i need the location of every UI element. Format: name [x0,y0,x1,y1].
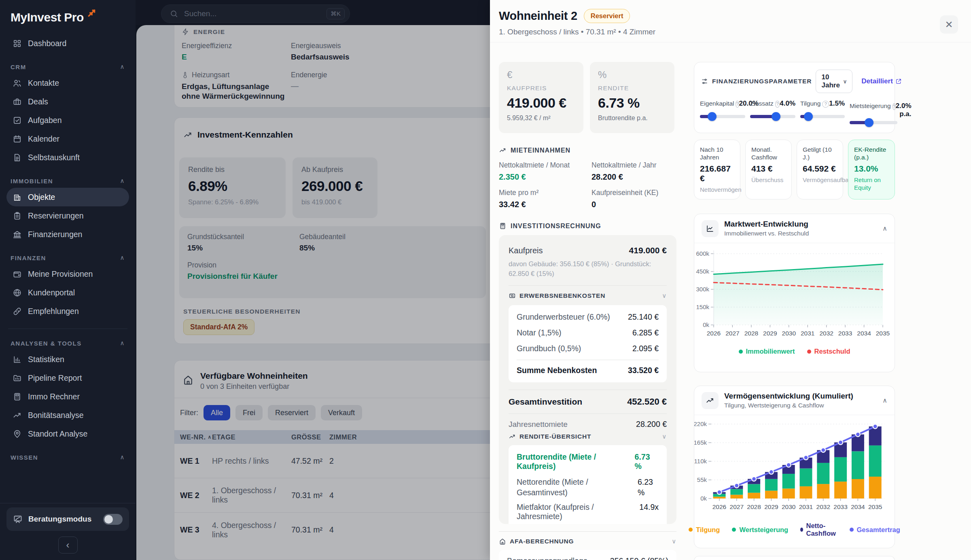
slider-thumb[interactable] [865,118,873,127]
svg-text:2026: 2026 [707,330,721,337]
chevron-up-icon: ∧ [120,454,125,461]
bruttorendite-row: Bruttorendite (Miete / Kaufpreis)6.73 % [517,452,659,471]
sidebar-section-wissen[interactable]: WISSEN∧ [6,454,129,464]
svg-text:2030: 2030 [782,330,796,337]
chevron-down-icon: ∨ [662,292,667,299]
gesamtinvestition-value: 452.520 € [627,397,667,407]
detailliert-link[interactable]: Detailliert [861,77,901,85]
sidebar-item-reservierungen[interactable]: Reservierungen [6,206,129,225]
legend-item: Tilgung [689,522,720,537]
rendite-uebersicht-heading[interactable]: RENDITE-ÜBERSICHT ∨ [509,433,667,440]
sidebar-item-immo-rechner[interactable]: Immo Rechner [6,387,129,406]
info-icon: ? [822,101,829,108]
slider-thumb[interactable] [772,112,780,121]
sidebar-item-meine-provisionen[interactable]: Meine Provisionen [6,265,129,283]
beratungsmodus-toggle[interactable] [103,514,123,525]
kaufpreis-card: € KAUFPREIS 419.000 € 5.959,32 € / m² [499,62,583,133]
close-button[interactable]: ✕ [940,15,958,34]
finanzierungsparameter-card: FINANZIERUNGSPARAMETER 10 Jahre ∨ Detail… [694,62,895,133]
marktwert-chart-title: Marktwert-Entwicklung [724,220,877,229]
sidebar-item-standort-analyse[interactable]: Standort Analyse [6,424,129,443]
sidebar: MyInvest Pro Dashboard CRM∧ Kontakte Dea… [0,0,136,560]
sidebar-item-empfehlungen[interactable]: Empfehlungen [6,302,129,320]
nebenkosten-row: Grunderwerbsteuer (6.0%)25.140 € [517,312,659,322]
slider-track[interactable] [700,115,745,118]
sidebar-collapse-button[interactable]: ‹ [58,537,78,554]
sidebar-item-bonitaetsanalyse[interactable]: Bonitätsanalyse [6,406,129,424]
sidebar-item-statistiken[interactable]: Statistiken [6,350,129,369]
svg-text:300k: 300k [696,286,709,293]
slider-thumb[interactable] [804,112,813,121]
nebenkosten-summe: Summe Nebenkosten33.520 € [517,366,659,375]
vermoegen-chart-card: Vermögensentwicklung (Kumuliert) Tilgung… [694,386,895,548]
svg-text:2027: 2027 [725,330,739,337]
period-select[interactable]: 10 Jahre ∨ [816,70,852,93]
modal-backdrop[interactable] [136,0,490,560]
sidebar-item-pipeline-report[interactable]: Pipeline Report [6,369,129,387]
sidebar-item-kundenportal[interactable]: Kundenportal [6,283,129,302]
chevron-up-icon[interactable]: ∧ [882,397,887,404]
sidebar-item-aufgaben[interactable]: Aufgaben [6,111,129,129]
mieteinnahmen-heading: MIETEINNAHMEN [499,146,570,154]
presentation-icon [13,514,23,524]
sidebar-section-finanzen[interactable]: FINANZEN∧ [6,254,129,265]
svg-text:2026: 2026 [712,503,726,510]
sidebar-item-selbstauskunft[interactable]: Selbstauskunft [6,148,129,167]
vermoegen-chart-subtitle: Tilgung, Wertsteigerung & Cashflow [724,402,877,409]
chevron-up-icon[interactable]: ∧ [882,225,887,232]
sliders-icon [701,78,708,85]
sidebar-item-finanzierungen[interactable]: Finanzierungen [6,225,129,244]
unit-detail-panel: Wohneinheit 2 Reserviert 1. Obergeschoss… [490,0,971,560]
percent-icon: % [598,69,666,81]
sidebar-item-kalender[interactable]: Kalender [6,129,129,148]
svg-text:2031: 2031 [799,503,813,510]
sidebar-item-deals[interactable]: Deals [6,92,129,111]
sidebar-section-analysen[interactable]: ANALYSEN & TOOLS∧ [6,339,129,350]
stat-monatl-cashflow: Monatl. Cashflow 413 € Überschuss [745,140,792,199]
slider-track[interactable] [800,115,845,118]
beratungsmodus-label: Beratungsmodus [28,515,98,524]
slider-track[interactable] [750,115,795,118]
slider-thumb[interactable] [708,112,717,121]
stat-nach-10-jahren: Nach 10 Jahren 216.687 € Nettovermögen [694,140,740,199]
sidebar-item-kontakte[interactable]: Kontakte [6,74,129,92]
sidebar-section-immobilien[interactable]: IMMOBILIEN∧ [6,177,129,188]
eigenkapital-slider[interactable]: Eigenkapital?20.0% [700,100,745,124]
sidebar-item-objekte[interactable]: Objekte [6,188,129,206]
sidebar-item-dashboard[interactable]: Dashboard [6,34,129,53]
mietfaktor-row: Mietfaktor (Kaufpreis / Jahresmiete)14.9… [517,503,659,521]
nebenkosten-row: Notar (1,5%)6.285 € [517,328,659,337]
app-logo-text: MyInvest Pro [11,11,84,24]
stat-getilgt: Getilgt (10 J.) 64.592 € Vermögensaufbau [797,140,843,199]
toggle-knob [104,515,113,524]
chevron-up-icon: ∧ [120,63,125,70]
svg-text:220k: 220k [694,420,707,427]
slider-track[interactable] [850,121,897,124]
invest-kaufpreis-value: 419.000 € [629,246,667,255]
tilgung-slider[interactable]: Tilgung?1.5% [800,100,845,124]
marktwert-chart: 600k450k300k150k0k2026202720282029203020… [694,243,895,345]
svg-text:110k: 110k [694,458,707,465]
erwerbsnebenkosten-heading[interactable]: ERWERBSNEBENKOSTEN ∨ [509,292,667,299]
cash-icon [509,292,516,299]
marktwert-chart-subtitle: Immobilienwert vs. Restschuld [724,230,877,237]
kaufpreis-aufteilung: davon Gebäude: 356.150 € (85%) · Grundst… [509,259,654,279]
afa-berechnung-heading[interactable]: AFA-BERECHNUNG ∨ [499,538,676,545]
euro-icon: € [507,69,575,81]
mietsteigerung-slider[interactable]: Mietsteigerung?2.0%p.a. [850,100,897,124]
panel-subtitle: 1. Obergeschoss / links • 70.31 m² • 4 Z… [499,28,655,36]
svg-text:2029: 2029 [764,503,778,510]
svg-text:55k: 55k [697,476,707,483]
jahresnettomiete-value: 28.200 € [636,420,667,429]
svg-text:2029: 2029 [763,330,777,337]
main-area: ⌘K ENERGIE Energieeffizienz E Energieaus… [136,0,490,560]
svg-text:150k: 150k [696,303,709,310]
miete-monat-value: 2.350 € [499,172,588,182]
status-badge: Reserviert [584,9,630,23]
sidebar-section-crm[interactable]: CRM∧ [6,63,129,74]
trending-up-icon [702,392,719,409]
svg-text:2034: 2034 [851,503,865,510]
nebenkosten-card: Grunderwerbsteuer (6.0%)25.140 € Notar (… [509,305,667,382]
zinssatz-slider[interactable]: Zinssatz?4.0% [750,100,795,124]
rendite-card-inner: Bruttorendite (Miete / Kaufpreis)6.73 % … [509,445,667,524]
